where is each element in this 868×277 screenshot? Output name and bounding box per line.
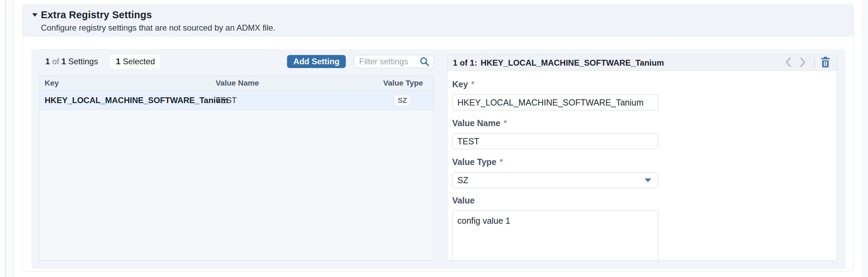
settings-table-header: Key Value Name Value Type <box>39 76 433 91</box>
header-divider <box>814 58 815 68</box>
filter-settings-box <box>354 55 434 68</box>
required-asterisk: * <box>500 157 503 167</box>
settings-table: Key Value Name Value Type HKEY_LOCAL_MAC… <box>39 75 434 261</box>
selected-filter-chip[interactable]: 1 Selected <box>110 55 160 68</box>
delete-setting-button[interactable] <box>819 56 832 70</box>
section-subtitle: Configure registry settings that are not… <box>41 23 854 33</box>
value-type-selected-option: SZ <box>457 175 468 185</box>
section-title: Extra Registry Settings <box>41 9 152 21</box>
search-icon[interactable] <box>419 56 430 67</box>
required-asterisk: * <box>503 118 507 129</box>
column-header-value-name: Value Name <box>216 79 372 88</box>
registry-settings-panel: 1 of 1 Settings 1 Selected Add Setting <box>31 49 846 269</box>
chevron-left-icon <box>784 57 793 68</box>
value-name-field-label: Value Name * <box>452 118 831 129</box>
chevron-down-icon <box>644 178 652 183</box>
detail-position-label: 1 of 1: <box>453 58 477 68</box>
settings-toolbar: 1 of 1 Settings 1 Selected Add Setting <box>39 55 434 68</box>
table-empty-area <box>39 110 433 260</box>
column-header-key: Key <box>39 79 216 88</box>
next-setting-button[interactable] <box>796 56 810 70</box>
previous-setting-button[interactable] <box>781 56 796 70</box>
detail-header: 1 of 1: HKEY_LOCAL_MACHINE_SOFTWARE_Tani… <box>447 55 837 71</box>
filter-settings-input[interactable] <box>359 57 419 66</box>
table-row[interactable]: HKEY_LOCAL_MACHINE_SOFTWARE_Tanium TEST … <box>39 91 433 110</box>
row-key-cell: HKEY_LOCAL_MACHINE_SOFTWARE_Tanium <box>39 96 216 105</box>
trash-icon <box>820 56 831 69</box>
detail-title: HKEY_LOCAL_MACHINE_SOFTWARE_Tanium <box>481 58 664 68</box>
left-rail <box>0 0 14 277</box>
value-type-badge: SZ <box>393 94 412 107</box>
key-field-label: Key * <box>452 79 831 90</box>
left-rail-border-2 <box>13 0 14 277</box>
add-setting-button[interactable]: Add Setting <box>287 55 346 68</box>
value-name-field-input[interactable] <box>452 133 658 149</box>
value-type-field-label: Value Type * <box>452 157 831 167</box>
required-asterisk: * <box>471 79 475 90</box>
vertical-scrollbar[interactable] <box>863 0 868 277</box>
value-type-select[interactable]: SZ <box>452 172 658 188</box>
row-value-name-cell: TEST <box>216 96 372 105</box>
value-field-label: Value <box>452 196 831 206</box>
setting-detail-card: 1 of 1: HKEY_LOCAL_MACHINE_SOFTWARE_Tani… <box>447 55 837 261</box>
section-header: Extra Registry Settings Configure regist… <box>23 4 854 37</box>
value-field-textarea[interactable]: config value 1 <box>452 210 658 260</box>
column-header-value-type: Value Type <box>372 79 433 88</box>
chevron-right-icon <box>798 57 807 68</box>
detail-form: Key * Value Name * V <box>447 71 837 260</box>
key-field-input[interactable] <box>452 95 658 110</box>
collapse-caret-icon[interactable] <box>31 13 38 17</box>
settings-count: 1 of 1 Settings <box>45 57 98 66</box>
extra-registry-settings-section: Extra Registry Settings Configure regist… <box>22 4 854 272</box>
left-rail-track <box>6 0 13 277</box>
